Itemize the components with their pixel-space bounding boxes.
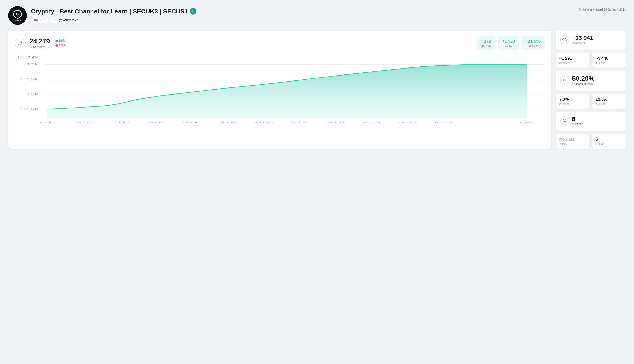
stat-24h-value: +172 [481, 39, 492, 44]
er-24h-value: 7.3% [559, 97, 586, 102]
mentions-7d: No data 7 days [556, 134, 590, 149]
engagement-label: Engagement rate [572, 82, 594, 86]
engagement-info: 50.20% Engagement rate [572, 75, 594, 86]
mentions-30d-label: 30 days [596, 142, 622, 146]
post-views-header: ~13 941 Post views [560, 35, 621, 44]
tag-country: 🇺🇸 USA [31, 17, 48, 23]
er-48h-label: 48 hours [596, 102, 622, 106]
pv-48h-label: 48 hours [596, 62, 622, 64]
er-badge: ER [560, 76, 569, 84]
svg-text:20k: 20k [26, 62, 38, 66]
svg-text:18 Oct: 18 Oct [218, 121, 237, 124]
mentions-30d-value: 5 [596, 137, 622, 142]
stat-24h-label: 24 hours [481, 44, 492, 47]
svg-point-0 [19, 41, 20, 43]
right-panel: ~13 941 Post views ~1 291 24 hours ~3 44… [556, 30, 626, 149]
mentions-30d: 5 30 days [592, 134, 626, 149]
chart-container: 20k 17.5k 15k 12.5k 8 Oct 10 Oct 12 Oct [15, 62, 545, 128]
subscribers-icon [15, 38, 26, 48]
svg-text:8 Oct: 8 Oct [40, 121, 55, 124]
engagement-header: ER 50.20% Engagement rate [560, 75, 621, 86]
header-info: Cryptify | Best Channel for Learn | SECU… [31, 8, 574, 23]
mentions-header: @ 8 Mentions [560, 116, 621, 126]
post-views-mini-row: ~1 291 24 hours ~3 446 48 hours [556, 52, 626, 68]
dot-blue-icon: ⬤ [55, 40, 58, 42]
subscriber-count: 24 279 [30, 37, 50, 45]
pv-24h-label: 24 hours [559, 62, 586, 64]
svg-text:10 Oct: 10 Oct [74, 121, 94, 124]
post-views-card: ~13 941 Post views [556, 30, 626, 50]
mentions-info: 8 Mentions [572, 116, 583, 126]
engagement-mini-row: 7.3% 24 hours 12.5% 48 hours [556, 94, 626, 109]
main-layout: 24 279 Subscribers ⬤ 86% ⬤ 13% +172 24 h… [8, 30, 626, 149]
svg-text:22 Oct: 22 Oct [290, 121, 309, 124]
stat-badges: +172 24 hours +1 523 7 days +11 556 30 d… [477, 36, 545, 50]
svg-text:20 Oct: 20 Oct [254, 121, 273, 124]
dot-pink-icon: ⬤ [55, 44, 58, 47]
er-48h-value: 12.5% [596, 97, 622, 102]
post-views-info: ~13 941 Post views [572, 35, 593, 44]
svg-point-23 [564, 39, 565, 40]
mentions-7d-label: 7 days [559, 142, 586, 146]
channel-title: Cryptify | Best Channel for Learn | SECU… [31, 8, 574, 15]
stat-30d-label: 30 days [526, 44, 541, 47]
er-label: ER [563, 79, 566, 81]
svg-text:30 Oct: 30 Oct [434, 121, 452, 124]
chart-svg: 20k 17.5k 15k 12.5k 8 Oct 10 Oct 12 Oct [15, 62, 545, 128]
pct-pink-row: ⬤ 13% [55, 44, 66, 47]
svg-text:14 Oct: 14 Oct [146, 121, 165, 124]
stat-badge-7d: +1 523 7 days [498, 36, 519, 50]
engagement-card: ER 50.20% Engagement rate [556, 70, 626, 91]
crypto-icon: ₿ [54, 18, 55, 22]
mentions-mini-row: No data 7 days 5 30 days [556, 134, 626, 149]
mentions-card: @ 8 Mentions [556, 112, 626, 131]
sub-count-block: 24 279 Subscribers [30, 37, 50, 49]
svg-text:26 Oct: 26 Oct [362, 121, 381, 124]
svg-text:1 Nov: 1 Nov [519, 121, 536, 124]
engagement-value: 50.20% [572, 75, 594, 82]
subscriber-percents: ⬤ 86% ⬤ 13% [55, 39, 66, 47]
logo-letter: C [13, 10, 22, 18]
svg-text:24 Oct: 24 Oct [326, 121, 345, 124]
pct-blue-value: 86% [59, 39, 66, 43]
svg-text:28 Oct: 28 Oct [398, 121, 417, 124]
svg-text:12 Oct: 12 Oct [110, 121, 130, 124]
engagement-24h: 7.3% 24 hours [556, 94, 590, 109]
verified-check: ✓ [192, 9, 194, 13]
stat-7d-label: 7 days [502, 44, 515, 47]
svg-point-22 [562, 38, 567, 41]
channel-logo: C Cryptify [8, 6, 27, 25]
stat-7d-value: +1 523 [502, 39, 515, 44]
tag-category: ₿ Cryptocurrencies [50, 17, 81, 23]
at-icon: @ [563, 118, 566, 123]
svg-text:15k: 15k [26, 92, 38, 96]
pv-24h-value: ~1 291 [559, 56, 586, 61]
stat-badge-24h: +172 24 hours [477, 36, 496, 50]
er-24h-label: 24 hours [559, 102, 586, 106]
pct-pink-value: 13% [59, 44, 66, 47]
stat-30d-value: +11 556 [526, 39, 541, 44]
svg-text:12.5k: 12.5k [20, 107, 38, 110]
engagement-48h: 12.5% 48 hours [592, 94, 626, 109]
pv-48h-value: ~3 446 [596, 56, 622, 61]
pct-blue-row: ⬤ 86% [55, 39, 66, 43]
svg-text:16 Oct: 16 Oct [182, 121, 201, 124]
header-tags: 🇺🇸 USA ₿ Cryptocurrencies [31, 17, 574, 23]
chart-period-label: In the last 30 days [15, 56, 545, 59]
verified-badge: ✓ [190, 8, 196, 15]
category-label: Cryptocurrencies [56, 18, 78, 22]
flag-icon: 🇺🇸 [34, 18, 38, 22]
subscriber-label: Subscribers [30, 46, 50, 49]
post-views-24h: ~1 291 24 hours [556, 52, 590, 68]
svg-text:17.5k: 17.5k [20, 78, 38, 81]
channel-created: Channel is created 24 January, 2024 [579, 6, 626, 11]
post-views-value: ~13 941 [572, 35, 593, 41]
post-views-48h: ~3 446 48 hours [592, 52, 626, 68]
post-views-icon [560, 35, 569, 44]
page-header: C Cryptify Cryptify | Best Channel for L… [8, 6, 626, 25]
mentions-7d-value: No data [559, 137, 586, 142]
subscribers-row: 24 279 Subscribers ⬤ 86% ⬤ 13% +172 24 h… [15, 36, 545, 50]
logo-text: Cryptify [14, 19, 21, 21]
channel-title-text: Cryptify | Best Channel for Learn | SECU… [31, 8, 188, 15]
stat-badge-30d: +11 556 30 days [522, 36, 545, 50]
